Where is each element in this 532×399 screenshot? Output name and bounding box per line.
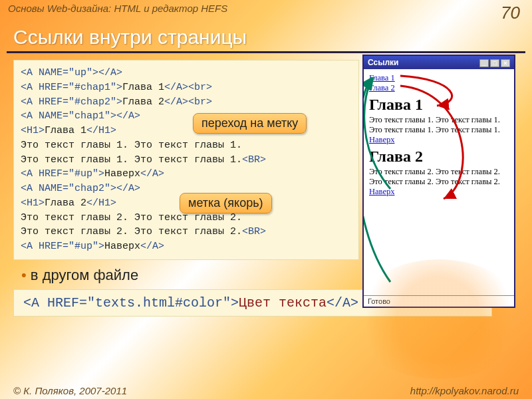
window-buttons: _□× [478, 58, 510, 67]
footer-url: http://kpolyakov.narod.ru [410, 385, 519, 396]
preview-text-chap2: Это текст главы 2. Это текст главы 2. Эт… [369, 167, 509, 187]
preview-link-chap2[interactable]: Глава 2 [369, 83, 395, 92]
window-titlebar: Ссылки _□× [364, 56, 514, 69]
page-title: Ссылки внутри страницы [0, 25, 532, 51]
preview-link-chap1[interactable]: Глава 1 [369, 73, 395, 82]
preview-h1-chap2: Глава 2 [369, 148, 509, 166]
browser-preview: Ссылки _□× Глава 1 Глава 2 Глава 1 Это т… [362, 55, 515, 308]
slide-number: 70 [501, 3, 520, 23]
minimize-icon: _ [479, 59, 489, 67]
window-title-text: Ссылки [368, 58, 398, 67]
callout-goto-label: переход на метку [193, 113, 307, 134]
preview-link-up1[interactable]: Наверх [369, 135, 394, 144]
close-icon: × [501, 59, 510, 67]
statusbar: Готово [364, 295, 514, 307]
breadcrumb: Основы Web-дизайна: HTML и редактор HEFS [8, 3, 227, 23]
preview-text-chap1: Это текст главы 1. Это текст главы 1. Эт… [369, 115, 509, 135]
preview-link-up2[interactable]: Наверх [369, 187, 394, 196]
code-block-main: <A NAME="up"></A> <A HREF="#chap1">Глава… [13, 60, 359, 260]
maximize-icon: □ [490, 59, 499, 67]
callout-anchor: метка (якорь) [180, 193, 272, 213]
title-divider [7, 51, 525, 53]
preview-h1-chap1: Глава 1 [369, 96, 509, 114]
footer-copyright: © К. Поляков, 2007-2011 [13, 385, 127, 396]
